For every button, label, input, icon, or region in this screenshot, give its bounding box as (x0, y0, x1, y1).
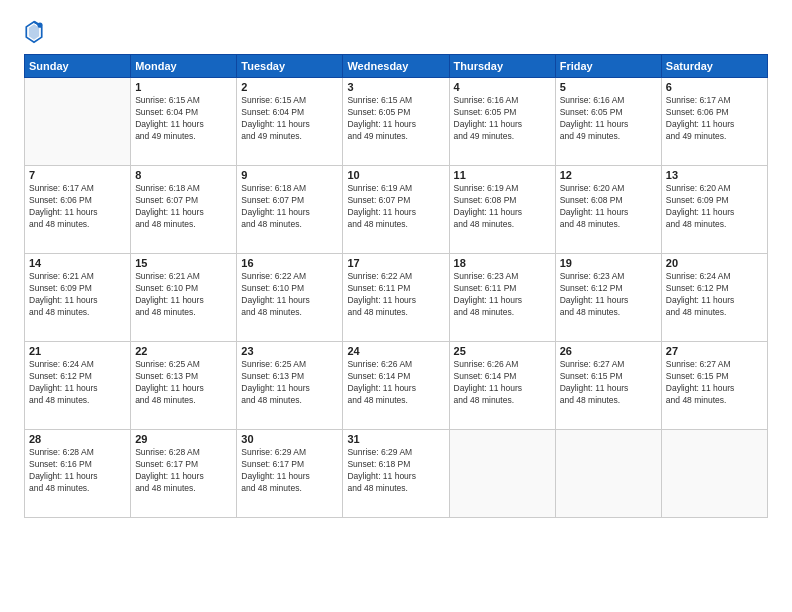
day-info: Sunrise: 6:24 AM Sunset: 6:12 PM Dayligh… (666, 271, 763, 319)
logo-icon (24, 20, 44, 44)
day-info: Sunrise: 6:16 AM Sunset: 6:05 PM Dayligh… (560, 95, 657, 143)
calendar-cell: 18Sunrise: 6:23 AM Sunset: 6:11 PM Dayli… (449, 254, 555, 342)
day-header-tuesday: Tuesday (237, 55, 343, 78)
calendar-week-3: 14Sunrise: 6:21 AM Sunset: 6:09 PM Dayli… (25, 254, 768, 342)
day-number: 22 (135, 345, 232, 357)
day-info: Sunrise: 6:15 AM Sunset: 6:04 PM Dayligh… (135, 95, 232, 143)
calendar-cell: 19Sunrise: 6:23 AM Sunset: 6:12 PM Dayli… (555, 254, 661, 342)
calendar-cell: 7Sunrise: 6:17 AM Sunset: 6:06 PM Daylig… (25, 166, 131, 254)
day-header-monday: Monday (131, 55, 237, 78)
day-info: Sunrise: 6:29 AM Sunset: 6:17 PM Dayligh… (241, 447, 338, 495)
page: SundayMondayTuesdayWednesdayThursdayFrid… (0, 0, 792, 612)
day-number: 4 (454, 81, 551, 93)
calendar-week-4: 21Sunrise: 6:24 AM Sunset: 6:12 PM Dayli… (25, 342, 768, 430)
day-info: Sunrise: 6:21 AM Sunset: 6:10 PM Dayligh… (135, 271, 232, 319)
day-info: Sunrise: 6:23 AM Sunset: 6:12 PM Dayligh… (560, 271, 657, 319)
day-header-friday: Friday (555, 55, 661, 78)
day-info: Sunrise: 6:27 AM Sunset: 6:15 PM Dayligh… (666, 359, 763, 407)
calendar-cell: 16Sunrise: 6:22 AM Sunset: 6:10 PM Dayli… (237, 254, 343, 342)
day-number: 19 (560, 257, 657, 269)
day-number: 17 (347, 257, 444, 269)
day-info: Sunrise: 6:29 AM Sunset: 6:18 PM Dayligh… (347, 447, 444, 495)
day-info: Sunrise: 6:19 AM Sunset: 6:07 PM Dayligh… (347, 183, 444, 231)
calendar-cell: 31Sunrise: 6:29 AM Sunset: 6:18 PM Dayli… (343, 430, 449, 518)
day-number: 30 (241, 433, 338, 445)
day-info: Sunrise: 6:20 AM Sunset: 6:08 PM Dayligh… (560, 183, 657, 231)
day-info: Sunrise: 6:17 AM Sunset: 6:06 PM Dayligh… (29, 183, 126, 231)
calendar-cell: 26Sunrise: 6:27 AM Sunset: 6:15 PM Dayli… (555, 342, 661, 430)
day-info: Sunrise: 6:20 AM Sunset: 6:09 PM Dayligh… (666, 183, 763, 231)
header (24, 20, 768, 44)
day-number: 20 (666, 257, 763, 269)
calendar-cell: 15Sunrise: 6:21 AM Sunset: 6:10 PM Dayli… (131, 254, 237, 342)
calendar-cell (25, 78, 131, 166)
svg-point-3 (37, 23, 42, 28)
day-info: Sunrise: 6:26 AM Sunset: 6:14 PM Dayligh… (454, 359, 551, 407)
calendar-cell: 21Sunrise: 6:24 AM Sunset: 6:12 PM Dayli… (25, 342, 131, 430)
calendar-cell: 11Sunrise: 6:19 AM Sunset: 6:08 PM Dayli… (449, 166, 555, 254)
calendar-cell: 8Sunrise: 6:18 AM Sunset: 6:07 PM Daylig… (131, 166, 237, 254)
calendar-cell: 28Sunrise: 6:28 AM Sunset: 6:16 PM Dayli… (25, 430, 131, 518)
calendar-cell: 6Sunrise: 6:17 AM Sunset: 6:06 PM Daylig… (661, 78, 767, 166)
calendar-cell (555, 430, 661, 518)
day-header-thursday: Thursday (449, 55, 555, 78)
day-number: 1 (135, 81, 232, 93)
day-number: 5 (560, 81, 657, 93)
day-number: 13 (666, 169, 763, 181)
day-info: Sunrise: 6:28 AM Sunset: 6:17 PM Dayligh… (135, 447, 232, 495)
day-number: 26 (560, 345, 657, 357)
calendar: SundayMondayTuesdayWednesdayThursdayFrid… (24, 54, 768, 518)
calendar-cell: 30Sunrise: 6:29 AM Sunset: 6:17 PM Dayli… (237, 430, 343, 518)
calendar-cell (661, 430, 767, 518)
day-number: 24 (347, 345, 444, 357)
day-info: Sunrise: 6:25 AM Sunset: 6:13 PM Dayligh… (135, 359, 232, 407)
day-number: 8 (135, 169, 232, 181)
day-info: Sunrise: 6:28 AM Sunset: 6:16 PM Dayligh… (29, 447, 126, 495)
calendar-cell: 17Sunrise: 6:22 AM Sunset: 6:11 PM Dayli… (343, 254, 449, 342)
calendar-cell: 13Sunrise: 6:20 AM Sunset: 6:09 PM Dayli… (661, 166, 767, 254)
day-info: Sunrise: 6:27 AM Sunset: 6:15 PM Dayligh… (560, 359, 657, 407)
day-number: 21 (29, 345, 126, 357)
calendar-cell: 27Sunrise: 6:27 AM Sunset: 6:15 PM Dayli… (661, 342, 767, 430)
day-number: 23 (241, 345, 338, 357)
day-info: Sunrise: 6:15 AM Sunset: 6:05 PM Dayligh… (347, 95, 444, 143)
day-info: Sunrise: 6:18 AM Sunset: 6:07 PM Dayligh… (241, 183, 338, 231)
day-info: Sunrise: 6:22 AM Sunset: 6:10 PM Dayligh… (241, 271, 338, 319)
day-number: 25 (454, 345, 551, 357)
day-info: Sunrise: 6:19 AM Sunset: 6:08 PM Dayligh… (454, 183, 551, 231)
day-number: 2 (241, 81, 338, 93)
day-info: Sunrise: 6:18 AM Sunset: 6:07 PM Dayligh… (135, 183, 232, 231)
calendar-cell: 2Sunrise: 6:15 AM Sunset: 6:04 PM Daylig… (237, 78, 343, 166)
calendar-cell: 22Sunrise: 6:25 AM Sunset: 6:13 PM Dayli… (131, 342, 237, 430)
calendar-header-row: SundayMondayTuesdayWednesdayThursdayFrid… (25, 55, 768, 78)
day-info: Sunrise: 6:25 AM Sunset: 6:13 PM Dayligh… (241, 359, 338, 407)
svg-marker-1 (29, 24, 39, 39)
calendar-cell: 20Sunrise: 6:24 AM Sunset: 6:12 PM Dayli… (661, 254, 767, 342)
day-number: 16 (241, 257, 338, 269)
logo (24, 20, 48, 44)
calendar-cell (449, 430, 555, 518)
day-number: 15 (135, 257, 232, 269)
day-number: 3 (347, 81, 444, 93)
calendar-week-2: 7Sunrise: 6:17 AM Sunset: 6:06 PM Daylig… (25, 166, 768, 254)
day-number: 11 (454, 169, 551, 181)
calendar-cell: 1Sunrise: 6:15 AM Sunset: 6:04 PM Daylig… (131, 78, 237, 166)
calendar-week-5: 28Sunrise: 6:28 AM Sunset: 6:16 PM Dayli… (25, 430, 768, 518)
day-info: Sunrise: 6:16 AM Sunset: 6:05 PM Dayligh… (454, 95, 551, 143)
calendar-cell: 24Sunrise: 6:26 AM Sunset: 6:14 PM Dayli… (343, 342, 449, 430)
calendar-cell: 5Sunrise: 6:16 AM Sunset: 6:05 PM Daylig… (555, 78, 661, 166)
day-number: 6 (666, 81, 763, 93)
day-number: 28 (29, 433, 126, 445)
calendar-cell: 3Sunrise: 6:15 AM Sunset: 6:05 PM Daylig… (343, 78, 449, 166)
calendar-cell: 25Sunrise: 6:26 AM Sunset: 6:14 PM Dayli… (449, 342, 555, 430)
day-number: 9 (241, 169, 338, 181)
day-header-wednesday: Wednesday (343, 55, 449, 78)
day-info: Sunrise: 6:17 AM Sunset: 6:06 PM Dayligh… (666, 95, 763, 143)
day-info: Sunrise: 6:23 AM Sunset: 6:11 PM Dayligh… (454, 271, 551, 319)
calendar-cell: 9Sunrise: 6:18 AM Sunset: 6:07 PM Daylig… (237, 166, 343, 254)
day-header-sunday: Sunday (25, 55, 131, 78)
day-number: 14 (29, 257, 126, 269)
day-number: 18 (454, 257, 551, 269)
day-number: 12 (560, 169, 657, 181)
day-number: 10 (347, 169, 444, 181)
